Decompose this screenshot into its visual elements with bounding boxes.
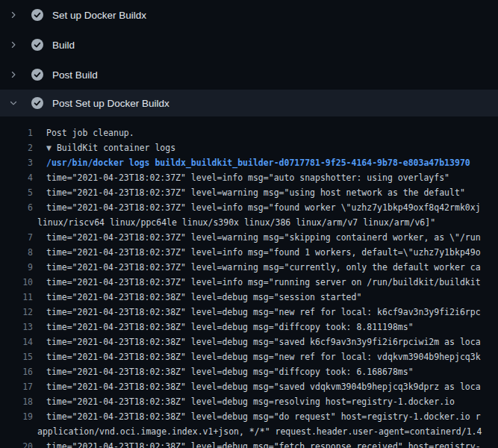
log-line: 20time="2021-04-23T18:02:38Z" level=debu… — [0, 439, 498, 448]
log-line-number[interactable]: 10 — [0, 275, 33, 290]
step-header-post-build[interactable]: Post Build — [0, 60, 498, 90]
log-line: 3/usr/bin/docker logs buildx_buildkit_bu… — [0, 155, 498, 170]
log-line-text: linux/riscv64 linux/ppc64le linux/s390x … — [37, 215, 435, 230]
log-line: 17time="2021-04-23T18:02:38Z" level=debu… — [0, 379, 498, 394]
log-line-text: time="2021-04-23T18:02:37Z" level=info m… — [46, 245, 481, 260]
log-line-number[interactable]: 5 — [0, 185, 33, 200]
log-line-text: time="2021-04-23T18:02:38Z" level=debug … — [46, 335, 481, 349]
check-circle-icon — [31, 39, 43, 51]
log-line: 13time="2021-04-23T18:02:38Z" level=debu… — [0, 320, 498, 335]
log-line: 8time="2021-04-23T18:02:37Z" level=info … — [0, 245, 498, 260]
log-line: 12time="2021-04-23T18:02:38Z" level=debu… — [0, 305, 498, 320]
log-line-text: time="2021-04-23T18:02:38Z" level=debug … — [46, 409, 481, 424]
step-label: Build — [52, 40, 75, 51]
log-line: 2▼ BuildKit container logs — [0, 140, 498, 155]
log-line-text: time="2021-04-23T18:02:37Z" level=info m… — [46, 275, 481, 290]
steps-list: Set up Docker BuildxBuildPost BuildPost … — [0, 0, 498, 116]
log-line-text: time="2021-04-23T18:02:38Z" level=debug … — [46, 290, 361, 305]
log-line-number[interactable]: 17 — [0, 379, 33, 394]
log-line-text: time="2021-04-23T18:02:38Z" level=debug … — [46, 379, 481, 394]
log-line: 16time="2021-04-23T18:02:38Z" level=debu… — [0, 364, 498, 379]
check-circle-icon — [31, 9, 43, 21]
log-line-number[interactable]: 3 — [0, 155, 33, 170]
log-output: 1Post job cleanup.2▼ BuildKit container … — [0, 116, 498, 448]
log-line-number — [0, 424, 33, 439]
log-line-number[interactable]: 1 — [0, 125, 33, 140]
log-line: 5time="2021-04-23T18:02:37Z" level=warni… — [0, 185, 498, 200]
check-circle-icon — [31, 97, 43, 109]
step-label: Post Set up Docker Buildx — [52, 98, 169, 109]
log-line-text: ▼ BuildKit container logs — [46, 140, 175, 155]
check-circle-icon — [31, 69, 43, 81]
log-line-number[interactable]: 13 — [0, 320, 33, 335]
log-line: 1Post job cleanup. — [0, 125, 498, 140]
log-line-text: Post job cleanup. — [46, 125, 134, 140]
chevron-right-icon — [10, 41, 22, 49]
step-header-post-set-up-docker-buildx[interactable]: Post Set up Docker Buildx — [0, 90, 498, 116]
log-line-text: time="2021-04-23T18:02:38Z" level=debug … — [46, 439, 481, 448]
log-line-number[interactable]: 18 — [0, 394, 33, 409]
log-line-text: time="2021-04-23T18:02:38Z" level=debug … — [46, 349, 481, 364]
log-line-text: application/vnd.oci.image.index.v1+json,… — [37, 424, 482, 439]
log-group-collapse-icon[interactable]: ▼ — [46, 143, 52, 153]
step-label: Post Build — [52, 69, 98, 81]
log-line-number[interactable]: 9 — [0, 260, 33, 275]
step-label: Set up Docker Buildx — [52, 10, 146, 21]
log-command-text: /usr/bin/docker logs buildx_buildkit_bui… — [46, 155, 470, 170]
log-line: 7time="2021-04-23T18:02:37Z" level=warni… — [0, 230, 498, 245]
log-line: 18time="2021-04-23T18:02:38Z" level=debu… — [0, 394, 498, 409]
log-line-number[interactable]: 11 — [0, 290, 33, 305]
step-header-set-up-docker-buildx[interactable]: Set up Docker Buildx — [0, 0, 498, 30]
log-line-number[interactable]: 12 — [0, 305, 33, 320]
log-line: 19time="2021-04-23T18:02:38Z" level=debu… — [0, 409, 498, 424]
log-line-text: time="2021-04-23T18:02:37Z" level=info m… — [46, 200, 481, 215]
log-line-text: time="2021-04-23T18:02:38Z" level=debug … — [46, 394, 455, 409]
log-line-text: time="2021-04-23T18:02:38Z" level=debug … — [46, 305, 481, 320]
log-line-number[interactable]: 16 — [0, 364, 33, 379]
chevron-right-icon — [10, 71, 22, 78]
chevron-right-icon — [10, 11, 22, 19]
workflow-log-viewer: Set up Docker BuildxBuildPost BuildPost … — [0, 0, 498, 448]
log-line-text: time="2021-04-23T18:02:38Z" level=debug … — [46, 364, 414, 379]
log-line-number[interactable]: 20 — [0, 439, 33, 448]
log-line-text: time="2021-04-23T18:02:37Z" level=warnin… — [46, 260, 481, 275]
log-line: 10time="2021-04-23T18:02:37Z" level=info… — [0, 275, 498, 290]
log-line-number[interactable]: 14 — [0, 335, 33, 349]
chevron-down-icon — [10, 99, 22, 107]
log-line: 14time="2021-04-23T18:02:38Z" level=debu… — [0, 335, 498, 349]
log-line-text: time="2021-04-23T18:02:38Z" level=debug … — [46, 320, 414, 335]
log-line-number — [0, 215, 33, 230]
log-line-number[interactable]: 7 — [0, 230, 33, 245]
log-line: 6time="2021-04-23T18:02:37Z" level=info … — [0, 200, 498, 215]
log-line-number[interactable]: 2 — [0, 140, 33, 155]
log-line-text: time="2021-04-23T18:02:37Z" level=info m… — [46, 170, 449, 185]
log-line-continuation: application/vnd.oci.image.index.v1+json,… — [0, 424, 498, 439]
log-line-number[interactable]: 15 — [0, 349, 33, 364]
step-header-build[interactable]: Build — [0, 30, 498, 60]
log-line-number[interactable]: 4 — [0, 170, 33, 185]
log-line: 11time="2021-04-23T18:02:38Z" level=debu… — [0, 290, 498, 305]
log-line-number[interactable]: 6 — [0, 200, 33, 215]
log-line-number[interactable]: 19 — [0, 409, 33, 424]
log-line-text: time="2021-04-23T18:02:37Z" level=warnin… — [46, 185, 465, 200]
log-line: 9time="2021-04-23T18:02:37Z" level=warni… — [0, 260, 498, 275]
log-line: 4time="2021-04-23T18:02:37Z" level=info … — [0, 170, 498, 185]
log-line-continuation: linux/riscv64 linux/ppc64le linux/s390x … — [0, 215, 498, 230]
log-line: 15time="2021-04-23T18:02:38Z" level=debu… — [0, 349, 498, 364]
log-line-text: time="2021-04-23T18:02:37Z" level=warnin… — [46, 230, 481, 245]
log-line-number[interactable]: 8 — [0, 245, 33, 260]
log-group-title[interactable]: BuildKit container logs — [57, 143, 175, 153]
